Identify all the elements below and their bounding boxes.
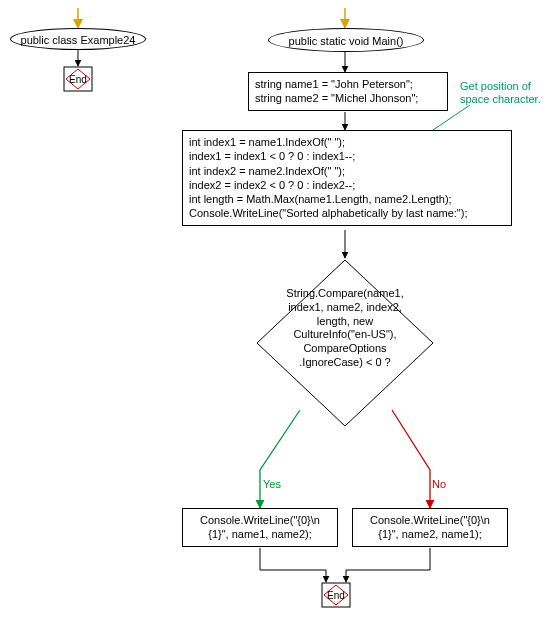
end-label-left: End <box>69 74 87 85</box>
end-node-right: End <box>321 582 351 608</box>
yes-output-node: Console.WriteLine("{0}\n {1}", name1, na… <box>182 508 338 547</box>
idx-line1: int index1 = name1.IndexOf(" "); <box>189 135 505 149</box>
main-declaration-label: public static void Main() <box>289 35 404 47</box>
assign-line2: string name2 = "Michel Jhonson"; <box>255 91 441 105</box>
no-line2: {1}", name2, name1); <box>359 527 501 541</box>
edge-label-yes: Yes <box>263 478 281 490</box>
yes-line1: Console.WriteLine("{0}\n <box>189 513 331 527</box>
idx-line4: index2 = index2 < 0 ? 0 : index2--; <box>189 178 505 192</box>
annotation-space-char: Get position of space character. <box>460 80 541 106</box>
idx-line6: Console.WriteLine("Sorted alphabetically… <box>189 206 505 220</box>
assign-line1: string name1 = "John Peterson"; <box>255 77 441 91</box>
no-output-node: Console.WriteLine("{0}\n {1}", name2, na… <box>352 508 508 547</box>
end-label-right: End <box>327 590 345 601</box>
compare-decision-node: String.Compare(name1, index1, name2, ind… <box>255 258 435 398</box>
class-declaration-node: public class Example24 <box>10 28 146 50</box>
cmp-l3: length, new <box>275 314 415 328</box>
idx-line3: int index2 = name2.IndexOf(" "); <box>189 164 505 178</box>
yes-line2: {1}", name1, name2); <box>189 527 331 541</box>
idx-line5: int length = Math.Max(name1.Length, name… <box>189 192 505 206</box>
compare-text: String.Compare(name1, index1, name2, ind… <box>275 287 415 370</box>
cmp-l4: CultureInfo("en-US"), <box>275 328 415 342</box>
cmp-l2: index1, name2, index2, <box>275 301 415 315</box>
index-block-node: int index1 = name1.IndexOf(" "); index1 … <box>182 130 512 226</box>
cmp-l5: CompareOptions <box>275 342 415 356</box>
edge-label-no: No <box>432 478 446 490</box>
assign-names-node: string name1 = "John Peterson"; string n… <box>248 72 448 111</box>
cmp-l1: String.Compare(name1, <box>275 287 415 301</box>
cmp-l6: .IgnoreCase) < 0 ? <box>275 356 415 370</box>
main-declaration-node: public static void Main() <box>268 28 424 52</box>
end-node-left: End <box>63 66 93 92</box>
no-line1: Console.WriteLine("{0}\n <box>359 513 501 527</box>
class-declaration-label: public class Example24 <box>21 34 136 46</box>
annotation-line2: space character. <box>460 93 541 106</box>
idx-line2: index1 = index1 < 0 ? 0 : index1--; <box>189 149 505 163</box>
annotation-line1: Get position of <box>460 80 541 93</box>
